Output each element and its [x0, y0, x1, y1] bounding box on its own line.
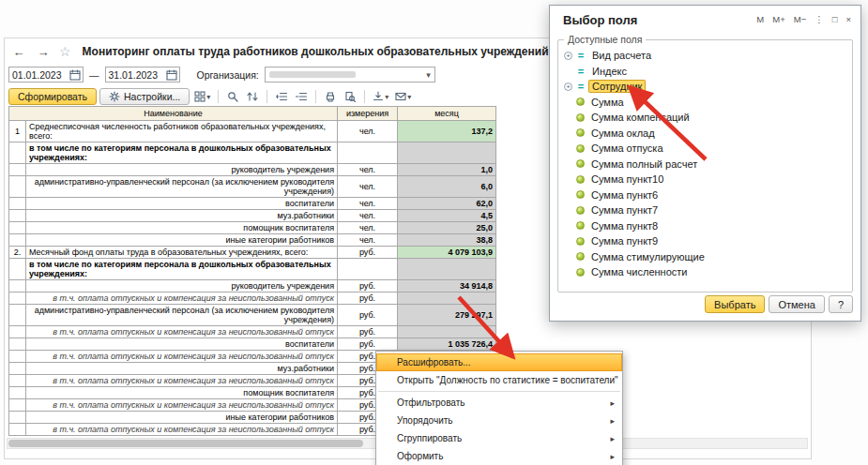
select-button[interactable]: Выбрать [705, 295, 765, 313]
table-cell-unit[interactable]: руб. [338, 305, 398, 326]
table-cell-num[interactable] [9, 363, 26, 375]
table-cell-name[interactable]: руководитель учреждения [26, 164, 338, 176]
column-header-name[interactable]: Наименование [9, 107, 338, 121]
table-cell-name[interactable]: помощник воспитателя [26, 387, 338, 399]
table-cell-name[interactable]: в том числе по категориям персонала в до… [26, 259, 338, 280]
field-item[interactable]: Сумма компенсаций [562, 110, 848, 126]
table-cell-num[interactable] [9, 210, 26, 222]
field-item[interactable]: +=Сотрудник [562, 79, 848, 95]
forward-button[interactable]: → [33, 43, 53, 60]
table-cell-unit[interactable]: чел. [338, 176, 398, 198]
table-cell-unit[interactable] [338, 142, 398, 164]
table-cell-num[interactable]: 2. [9, 247, 26, 259]
table-cell-name[interactable]: муз.работники [26, 363, 338, 375]
table-cell-value[interactable]: 6,0 [398, 176, 496, 198]
table-cell-name[interactable]: руководитель учреждения [26, 280, 338, 292]
help-button[interactable]: ? [829, 295, 853, 313]
generate-button[interactable]: Сформировать [8, 88, 97, 105]
dialog-more-menu-button[interactable]: ⋮ [815, 14, 824, 24]
table-cell-name[interactable]: в т.ч. оплата отпускных и компенсация за… [26, 351, 338, 363]
search-button[interactable] [224, 88, 241, 105]
table-cell-value[interactable]: 279 297,1 [398, 305, 496, 326]
table-cell-num[interactable] [9, 259, 26, 280]
organization-input[interactable]: ▾ [265, 67, 435, 82]
expand-icon[interactable]: + [564, 82, 572, 91]
menu-item[interactable]: Оформить▸ [376, 447, 622, 465]
table-cell-num[interactable] [9, 387, 26, 399]
field-item[interactable]: Сумма пункт10 [562, 172, 848, 188]
print-button[interactable] [322, 88, 339, 105]
table-cell-unit[interactable]: руб. [338, 280, 398, 292]
table-cell-num[interactable] [9, 222, 26, 234]
save-button[interactable]: ▾ [371, 88, 390, 105]
table-cell-value[interactable]: 38,8 [398, 234, 496, 247]
table-cell-name[interactable]: воспитатели [26, 338, 338, 351]
table-cell-num[interactable] [9, 234, 26, 247]
menu-item[interactable]: Открыть "Должность по статистике = воспи… [376, 371, 622, 389]
menu-item[interactable]: Расшифровать... [376, 353, 622, 371]
report-variants-button[interactable]: ▾ [192, 88, 212, 105]
table-cell-unit[interactable]: чел. [338, 222, 398, 234]
table-cell-num[interactable] [9, 164, 26, 176]
table-cell-num[interactable] [9, 176, 26, 198]
table-cell-value[interactable]: 25,0 [398, 222, 496, 234]
dialog-scale-plus-button[interactable]: М+ [772, 14, 784, 24]
table-cell-unit[interactable]: чел. [338, 210, 398, 222]
field-item[interactable]: Сумма пункт7 [562, 202, 848, 218]
print-preview-button[interactable] [342, 88, 358, 105]
settings-button[interactable]: Настройки... [99, 88, 190, 105]
table-cell-unit[interactable]: чел. [338, 164, 398, 176]
table-cell-name[interactable]: иные категории работников [26, 412, 338, 424]
table-cell-unit[interactable]: руб. [338, 247, 398, 259]
table-cell-value[interactable]: 1 035 726,4 [398, 338, 496, 351]
period-to-input[interactable]: 31.01.2023 [105, 67, 180, 82]
menu-item[interactable]: Отфильтровать▸ [376, 394, 622, 412]
table-cell-value[interactable]: 34 914,8 [398, 280, 496, 292]
table-cell-value[interactable] [398, 259, 496, 280]
menu-item[interactable]: Сгруппировать▸ [376, 429, 622, 447]
table-cell-name[interactable]: муз.работники [26, 210, 338, 222]
table-cell-unit[interactable] [338, 259, 398, 280]
field-item[interactable]: +=Вид расчета [562, 48, 848, 64]
table-cell-num[interactable] [9, 305, 26, 326]
table-cell-num[interactable] [9, 412, 26, 424]
column-header-month[interactable]: месяц [398, 107, 496, 121]
field-item[interactable]: Сумма стимулирующие [562, 249, 848, 265]
table-cell-value[interactable]: 137,2 [398, 121, 496, 142]
field-item[interactable]: =Индекс [562, 64, 848, 80]
field-item[interactable]: Сумма оклад [562, 126, 848, 142]
field-item[interactable]: Сумма пункт8 [562, 218, 848, 234]
table-cell-value[interactable]: 62,0 [398, 198, 496, 210]
cancel-button[interactable]: Отмена [769, 295, 824, 313]
field-item[interactable]: Сумма численности [562, 264, 848, 280]
field-item[interactable]: Сумма пункт9 [562, 233, 848, 249]
expand-groups-button[interactable] [273, 88, 290, 105]
calendar-icon[interactable] [69, 69, 81, 81]
table-cell-name[interactable]: административно-управленческий персонал … [26, 176, 338, 198]
collapse-groups-button[interactable] [293, 88, 310, 105]
column-header-unit[interactable]: измерения [338, 107, 398, 121]
table-cell-unit[interactable]: руб. [338, 326, 398, 338]
table-cell-unit[interactable]: чел. [338, 121, 398, 142]
table-cell-unit[interactable]: руб. [338, 338, 398, 351]
table-cell-unit[interactable]: руб. [338, 292, 398, 305]
table-cell-num[interactable] [9, 338, 26, 351]
period-from-input[interactable]: 01.01.2023 [8, 67, 84, 82]
table-cell-name[interactable]: в т.ч. оплата отпускных и компенсация за… [26, 375, 338, 387]
favorite-star-icon[interactable]: ☆ [59, 44, 71, 59]
table-cell-value[interactable]: 4,5 [398, 210, 496, 222]
table-cell-value[interactable] [398, 142, 496, 164]
table-cell-name[interactable]: административно-управленческий персонал … [26, 305, 338, 326]
table-cell-name[interactable]: помощник воспитателя [26, 222, 338, 234]
sort-button[interactable] [244, 88, 261, 105]
dialog-scale-default-button[interactable]: М [756, 14, 764, 24]
table-cell-num[interactable] [9, 142, 26, 164]
expand-icon[interactable]: + [564, 52, 572, 60]
dialog-maximize-button[interactable]: □ [832, 14, 838, 24]
table-cell-num[interactable] [9, 280, 26, 292]
back-button[interactable]: ← [8, 43, 29, 60]
menu-item[interactable]: Упорядочить▸ [376, 412, 622, 429]
table-cell-num[interactable] [9, 375, 26, 387]
table-cell-value[interactable] [398, 326, 496, 338]
table-cell-num[interactable] [9, 198, 26, 210]
